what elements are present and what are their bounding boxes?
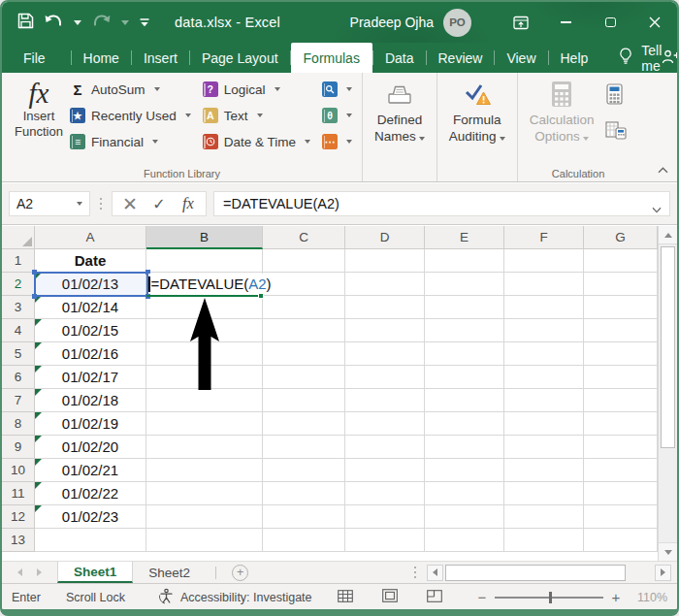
cell-a3[interactable]: 01/02/14 <box>35 296 146 319</box>
cell-c10[interactable] <box>263 459 345 482</box>
cell-c4[interactable] <box>263 319 345 342</box>
cell-g2[interactable] <box>584 273 658 296</box>
logical-button[interactable]: ?Logical <box>201 80 312 99</box>
cell-a8[interactable]: 01/02/19 <box>35 412 146 436</box>
cell-b7[interactable] <box>146 389 263 412</box>
scroll-left-icon[interactable] <box>427 565 443 581</box>
cell-g12[interactable] <box>584 505 658 529</box>
defined-names-button[interactable]: Defined Names <box>365 77 435 145</box>
row-header-8[interactable]: 8 <box>2 412 35 436</box>
close-button[interactable] <box>632 2 677 43</box>
row-header-3[interactable]: 3 <box>2 296 35 319</box>
cell-f8[interactable] <box>504 412 584 436</box>
insert-function-fx-icon[interactable]: fx <box>174 192 203 215</box>
cell-d9[interactable] <box>345 436 425 459</box>
zoom-out-icon[interactable]: − <box>475 589 489 605</box>
cell-f6[interactable] <box>504 366 584 389</box>
cell-g10[interactable] <box>584 459 658 482</box>
cell-g6[interactable] <box>584 366 658 389</box>
cell-e2[interactable] <box>425 273 504 296</box>
cell-e1[interactable] <box>425 249 504 273</box>
page-layout-view-icon[interactable] <box>382 589 398 605</box>
column-header-d[interactable]: D <box>345 226 425 249</box>
horizontal-scrollbar[interactable] <box>427 564 671 581</box>
financial-button[interactable]: ≡Financial <box>68 132 193 151</box>
cell-c2[interactable] <box>263 273 345 296</box>
zoom-slider[interactable] <box>495 597 603 599</box>
cell-e11[interactable] <box>425 482 504 505</box>
scroll-up-icon[interactable] <box>659 226 677 244</box>
account-name[interactable]: Pradeep Ojha <box>350 15 434 30</box>
page-break-preview-icon[interactable] <box>427 590 442 605</box>
column-header-a[interactable]: A <box>35 226 146 249</box>
column-header-g[interactable]: G <box>584 226 658 249</box>
tab-file[interactable]: File <box>10 43 59 73</box>
cell-c11[interactable] <box>263 482 345 505</box>
tab-page-layout[interactable]: Page Layout <box>190 43 290 73</box>
cell-f9[interactable] <box>504 436 584 459</box>
row-header-11[interactable]: 11 <box>2 482 35 505</box>
cell-d2[interactable] <box>345 273 425 296</box>
recently-used-button[interactable]: ★Recently Used <box>68 106 193 125</box>
horizontal-scrollbar-thumb[interactable] <box>445 565 626 581</box>
row-header-13[interactable]: 13 <box>2 529 35 552</box>
minimize-button[interactable] <box>543 2 588 43</box>
cell-c8[interactable] <box>263 412 345 436</box>
tab-formulas[interactable]: Formulas <box>291 43 372 73</box>
formula-input[interactable]: =DATEVALUE(A2) <box>213 191 670 216</box>
cell-e5[interactable] <box>425 342 504 366</box>
cell-e10[interactable] <box>425 459 504 482</box>
row-header-1[interactable]: 1 <box>2 249 35 273</box>
cell-g4[interactable] <box>584 319 658 342</box>
sheet-tab-sheet2[interactable]: Sheet2 <box>133 562 206 583</box>
autosum-button[interactable]: ΣAutoSum <box>68 80 193 99</box>
cell-g11[interactable] <box>584 482 658 505</box>
cell-c5[interactable] <box>263 342 345 366</box>
cell-d11[interactable] <box>345 482 425 505</box>
cell-d3[interactable] <box>345 296 425 319</box>
cell-a10[interactable]: 01/02/21 <box>35 459 146 482</box>
cell-b1[interactable] <box>146 249 263 273</box>
cell-e9[interactable] <box>425 436 504 459</box>
insert-function-button[interactable]: fx InsertFunction <box>10 78 68 151</box>
cell-d4[interactable] <box>345 319 425 342</box>
cell-d10[interactable] <box>345 459 425 482</box>
cell-d13[interactable] <box>345 529 425 552</box>
column-header-e[interactable]: E <box>425 226 504 249</box>
previous-sheet-icon[interactable] <box>17 568 22 576</box>
zoom-level[interactable]: 110% <box>629 591 667 604</box>
cell-c13[interactable] <box>263 529 345 552</box>
cell-b13[interactable] <box>146 529 263 552</box>
row-header-6[interactable]: 6 <box>2 366 35 389</box>
cell-c3[interactable] <box>263 296 345 319</box>
maximize-button[interactable] <box>588 2 632 43</box>
zoom-in-icon[interactable]: + <box>609 589 623 605</box>
tab-insert[interactable]: Insert <box>132 43 189 73</box>
cell-a4[interactable]: 01/02/15 <box>35 319 146 342</box>
cell-g13[interactable] <box>584 529 658 552</box>
cell-b2-formula-edit[interactable]: =DATEVALUE(A2) <box>148 274 275 294</box>
tab-home[interactable]: Home <box>72 43 131 73</box>
column-header-b[interactable]: B <box>146 226 263 249</box>
cell-b11[interactable] <box>146 482 263 505</box>
row-header-10[interactable]: 10 <box>2 459 35 482</box>
avatar[interactable]: PO <box>443 9 471 37</box>
tab-data[interactable]: Data <box>373 43 426 73</box>
undo-icon[interactable] <box>45 14 63 32</box>
cell-a9[interactable]: 01/02/20 <box>35 436 146 459</box>
name-box[interactable]: A2 <box>9 191 90 216</box>
math-trig-button[interactable]: θ <box>320 106 354 125</box>
scroll-down-icon[interactable] <box>659 542 677 561</box>
cell-d8[interactable] <box>345 412 425 436</box>
formula-auditing-button[interactable]: Formula Auditing <box>439 77 515 145</box>
cell-a5[interactable]: 01/02/16 <box>35 342 146 366</box>
cell-f4[interactable] <box>504 319 584 342</box>
cell-e6[interactable] <box>425 366 504 389</box>
column-header-c[interactable]: C <box>263 226 345 249</box>
cell-b12[interactable] <box>146 505 263 529</box>
cell-d12[interactable] <box>345 505 425 529</box>
calculate-sheet-icon[interactable] <box>605 121 627 144</box>
accessibility-checker[interactable]: Accessibility: Investigate <box>158 588 311 607</box>
fill-handle[interactable] <box>258 293 264 299</box>
share-button[interactable]: Share <box>662 43 679 73</box>
